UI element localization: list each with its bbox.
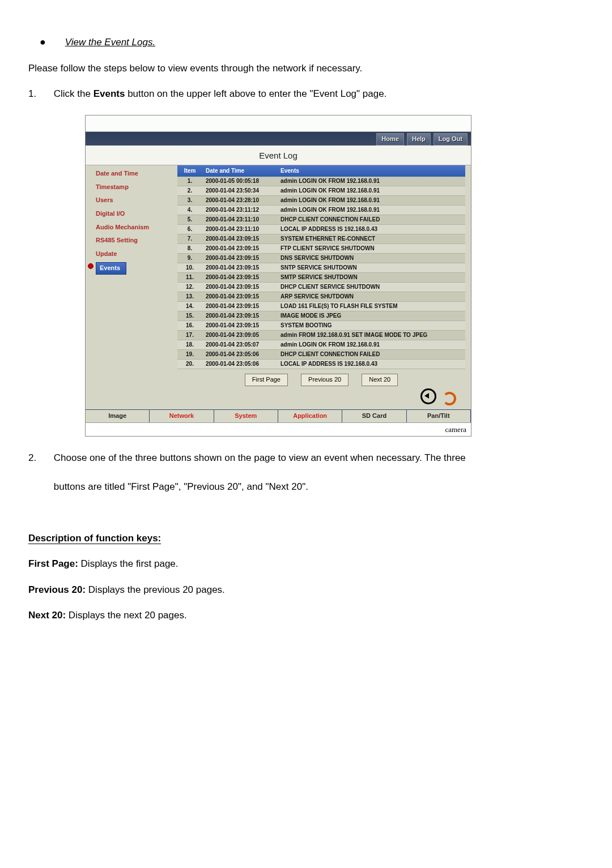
cell-datetime: 2000-01-04 23:09:15	[202, 321, 277, 331]
col-item: Item	[177, 165, 202, 177]
cell-datetime: 2000-01-04 23:11:10	[202, 215, 277, 225]
table-row: 15.2000-01-04 23:09:15IMAGE MODE IS JPEG	[177, 311, 465, 321]
sidebar-item-events[interactable]: Events	[96, 262, 175, 275]
cell-item: 14.	[177, 302, 202, 311]
table-row: 7.2000-01-04 23:09:15SYSTEM ETHERNET RE-…	[177, 234, 465, 244]
step-2-line2: buttons are titled "First Page", "Previo…	[54, 479, 581, 494]
cell-event: ARP SERVICE SHUTDOWN	[277, 292, 465, 302]
cell-datetime: 2000-01-04 23:11:12	[202, 206, 277, 215]
table-row: 11.2000-01-04 23:09:15SMTP SERVICE SHUTD…	[177, 273, 465, 283]
table-row: 12.2000-01-04 23:09:15DHCP CLIENT SERVIC…	[177, 283, 465, 292]
event-log-main: Item Date and Time Events 1.2000-01-05 0…	[177, 165, 471, 409]
first-page-button[interactable]: First Page	[245, 374, 288, 386]
table-row: 14.2000-01-04 23:09:15LOAD 161 FILE(S) T…	[177, 302, 465, 311]
table-row: 17.2000-01-04 23:09:05admin FROM 192.168…	[177, 331, 465, 340]
table-row: 3.2000-01-04 23:28:10admin LOGIN OK FROM…	[177, 196, 465, 206]
cell-datetime: 2000-01-04 23:50:34	[202, 186, 277, 196]
table-row: 13.2000-01-04 23:09:15ARP SERVICE SHUTDO…	[177, 292, 465, 302]
pager: First Page Previous 20 Next 20	[177, 369, 465, 388]
step-1-text-c: button on the upper left above to enter …	[125, 88, 386, 99]
cell-datetime: 2000-01-04 23:28:10	[202, 196, 277, 206]
bullet-dot-icon: ●	[40, 34, 62, 50]
table-row: 9.2000-01-04 23:09:15DNS SERVICE SHUTDOW…	[177, 254, 465, 263]
bullet-heading-text: View the Event Logs.	[65, 37, 155, 48]
cell-item: 17.	[177, 331, 202, 340]
cell-event: DHCP CLIENT CONNECTION FAILED	[277, 215, 465, 225]
bullet-heading: ● View the Event Logs.	[40, 34, 584, 50]
cell-item: 2.	[177, 186, 202, 196]
cell-event: admin LOGIN OK FROM 192.168.0.91	[277, 340, 465, 350]
cell-event: LOCAL IP ADDRESS IS 192.168.0.43	[277, 225, 465, 234]
nav-arrow-icons	[177, 388, 465, 410]
step-1-body: Click the Events button on the upper lef…	[54, 86, 581, 101]
sidebar-item-timestamp[interactable]: Timestamp	[96, 182, 175, 193]
event-table: Item Date and Time Events 1.2000-01-05 0…	[177, 165, 465, 369]
cell-event: DHCP CLIENT CONNECTION FAILED	[277, 350, 465, 360]
cell-item: 7.	[177, 234, 202, 244]
nav-help-button[interactable]: Help	[407, 133, 431, 146]
intro-paragraph: Please follow the steps below to view ev…	[28, 61, 584, 76]
cell-item: 5.	[177, 215, 202, 225]
table-row: 5.2000-01-04 23:11:10DHCP CLIENT CONNECT…	[177, 215, 465, 225]
sidebar: Date and Time Timestamp Users Digital I/…	[86, 165, 177, 409]
cell-datetime: 2000-01-04 23:05:06	[202, 360, 277, 369]
footer-label: camera	[86, 422, 471, 436]
sidebar-item-rs485[interactable]: RS485 Setting	[96, 236, 175, 246]
tab-network[interactable]: Network	[150, 410, 214, 422]
cell-item: 15.	[177, 311, 202, 321]
table-row: 18.2000-01-04 23:05:07admin LOGIN OK FRO…	[177, 340, 465, 350]
cell-event: admin LOGIN OK FROM 192.168.0.91	[277, 186, 465, 196]
back-arrow-icon[interactable]	[420, 388, 436, 404]
refresh-icon[interactable]	[441, 391, 455, 404]
step-1-text-bold: Events	[94, 88, 125, 99]
sidebar-item-update[interactable]: Update	[96, 249, 175, 259]
fk-next-20-desc: Displays the next 20 pages.	[66, 610, 187, 621]
tab-pan-tilt[interactable]: Pan/Tilt	[407, 410, 471, 422]
bottom-tabs: Image Network System Application SD Card…	[86, 409, 471, 422]
cell-datetime: 2000-01-04 23:09:15	[202, 311, 277, 321]
cell-event: admin LOGIN OK FROM 192.168.0.91	[277, 206, 465, 215]
cell-datetime: 2000-01-04 23:05:07	[202, 340, 277, 350]
cell-datetime: 2000-01-05 00:05:18	[202, 177, 277, 186]
cell-event: SNTP SERVICE SHUTDOWN	[277, 263, 465, 273]
function-keys-heading-text: Description of function keys:	[28, 533, 161, 544]
sidebar-item-audio[interactable]: Audio Mechanism	[96, 223, 175, 233]
fk-previous-20-label: Previous 20:	[28, 584, 86, 595]
fk-first-page-desc: Displays the first page.	[78, 558, 178, 569]
cell-datetime: 2000-01-04 23:09:15	[202, 273, 277, 283]
sidebar-item-date-time[interactable]: Date and Time	[96, 169, 175, 179]
cell-event: DHCP CLIENT SERVICE SHUTDOWN	[277, 283, 465, 292]
cell-datetime: 2000-01-04 23:11:10	[202, 225, 277, 234]
nav-home-button[interactable]: Home	[376, 133, 404, 146]
cell-event: admin LOGIN OK FROM 192.168.0.91	[277, 196, 465, 206]
cell-event: LOCAL IP ADDRESS IS 192.168.0.43	[277, 360, 465, 369]
tab-system[interactable]: System	[214, 410, 278, 422]
cell-item: 18.	[177, 340, 202, 350]
cell-item: 1.	[177, 177, 202, 186]
cell-datetime: 2000-01-04 23:09:15	[202, 302, 277, 311]
step-1-number: 1.	[28, 86, 51, 101]
active-dot-icon	[88, 263, 94, 269]
tab-application[interactable]: Application	[278, 410, 342, 422]
previous-20-button[interactable]: Previous 20	[301, 374, 348, 386]
cell-datetime: 2000-01-04 23:09:15	[202, 283, 277, 292]
tab-sd-card[interactable]: SD Card	[342, 410, 406, 422]
cell-item: 4.	[177, 206, 202, 215]
table-row: 8.2000-01-04 23:09:15FTP CLIENT SERVICE …	[177, 244, 465, 254]
cell-event: admin FROM 192.168.0.91 SET IMAGE MODE T…	[277, 331, 465, 340]
next-20-button[interactable]: Next 20	[362, 374, 398, 386]
cell-item: 8.	[177, 244, 202, 254]
nav-logout-button[interactable]: Log Out	[434, 133, 468, 146]
fk-next-20-label: Next 20:	[28, 610, 66, 621]
cell-event: SYSTEM ETHERNET RE-CONNECT	[277, 234, 465, 244]
cell-event: LOAD 161 FILE(S) TO FLASH FILE SYSTEM	[277, 302, 465, 311]
table-row: 19.2000-01-04 23:05:06DHCP CLIENT CONNEC…	[177, 350, 465, 360]
sidebar-item-digital-io[interactable]: Digital I/O	[96, 209, 175, 219]
tab-image[interactable]: Image	[86, 410, 150, 422]
sidebar-item-users[interactable]: Users	[96, 195, 175, 206]
cell-event: admin LOGIN OK FROM 192.168.0.91	[277, 177, 465, 186]
cell-item: 20.	[177, 360, 202, 369]
cell-item: 3.	[177, 196, 202, 206]
fk-previous-20: Previous 20: Displays the previous 20 pa…	[28, 582, 584, 597]
cell-datetime: 2000-01-04 23:09:15	[202, 244, 277, 254]
